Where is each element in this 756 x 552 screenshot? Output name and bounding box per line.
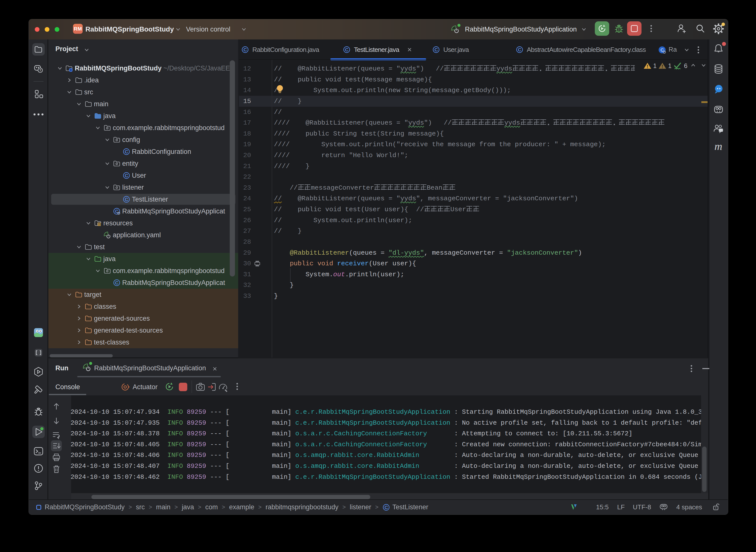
svg-text:C: C — [115, 280, 118, 285]
svg-text:C: C — [125, 149, 128, 154]
svg-text:C: C — [434, 47, 438, 52]
svg-text:C: C — [385, 505, 388, 510]
svg-text:C: C — [518, 47, 521, 52]
svg-text:C: C — [243, 47, 247, 52]
svg-text:?: ? — [39, 68, 41, 72]
svg-text:C: C — [125, 197, 128, 202]
svg-text:C: C — [125, 173, 128, 178]
svg-text:C: C — [345, 47, 348, 52]
